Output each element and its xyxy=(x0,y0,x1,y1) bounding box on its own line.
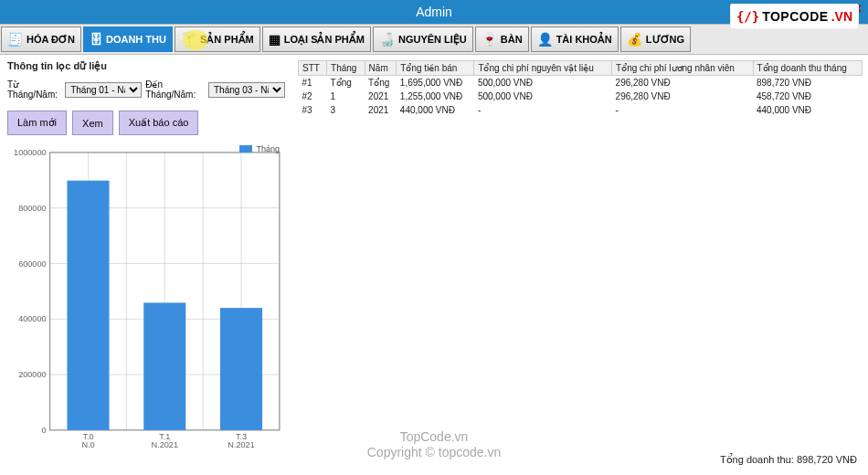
col-header: Tháng xyxy=(327,61,365,76)
refresh-button[interactable]: Làm mới xyxy=(7,111,67,135)
table-row[interactable]: #2120211,255,000 VNĐ500,000 VNĐ296,280 V… xyxy=(299,90,863,103)
svg-text:400000: 400000 xyxy=(18,314,46,323)
svg-text:N.0: N.0 xyxy=(81,440,94,449)
svg-rect-23 xyxy=(143,302,185,429)
export-button[interactable]: Xuất báo cáo xyxy=(119,111,199,135)
svg-text:0: 0 xyxy=(41,426,46,435)
data-panel: STTThángNămTổng tiền bánTổng chi phí ngu… xyxy=(292,55,868,475)
view-button[interactable]: Xem xyxy=(72,111,113,135)
filter-panel: Thông tin lọc dữ liệu Từ Tháng/Năm: Thán… xyxy=(0,55,292,475)
toolbar-bàn[interactable]: 🍷BÀN xyxy=(475,26,529,52)
col-header: Tổng chi phí nguyên vật liệu xyxy=(474,61,612,76)
col-header: Tổng chi phí lương nhân viên xyxy=(612,61,753,76)
svg-text:800000: 800000 xyxy=(18,204,46,213)
toolbar-icon: 🗄 xyxy=(90,33,102,46)
toolbar-icon: ▦ xyxy=(269,33,281,46)
toolbar-doanh-thu[interactable]: 🗄DOANH THU xyxy=(83,26,173,52)
svg-text:N.2021: N.2021 xyxy=(228,440,254,449)
table-row[interactable]: #1TổngTổng1,695,000 VNĐ500,000 VNĐ296,28… xyxy=(299,76,863,90)
toolbar-lương[interactable]: 💰LƯƠNG xyxy=(620,26,691,52)
toolbar-sản-phẩm[interactable]: 🍸SẢN PHẨM xyxy=(175,26,260,52)
svg-rect-26 xyxy=(220,308,262,430)
col-header: STT xyxy=(299,61,327,76)
svg-rect-20 xyxy=(67,181,109,430)
from-label: Từ Tháng/Năm: xyxy=(7,79,61,100)
toolbar-icon: 🍶 xyxy=(379,33,395,46)
svg-text:N.2021: N.2021 xyxy=(152,440,178,449)
col-header: Tổng doanh thu tháng xyxy=(753,61,863,76)
toolbar-loại-sản-phẩm[interactable]: ▦LOẠI SẢN PHẨM xyxy=(262,26,371,52)
svg-text:200000: 200000 xyxy=(18,370,46,379)
toolbar-tài-khoản[interactable]: 👤TÀI KHOẢN xyxy=(531,26,619,52)
to-label: Đến Tháng/Năm: xyxy=(145,79,205,100)
chart-legend: Tháng xyxy=(239,144,280,153)
table-row[interactable]: #332021440,000 VNĐ--440,000 VNĐ xyxy=(299,103,863,117)
col-header: Tổng tiền bán xyxy=(397,61,474,76)
toolbar-icon: 🍷 xyxy=(482,33,497,46)
toolbar-icon: 🧾 xyxy=(7,33,23,46)
toolbar-nguyên-liệu[interactable]: 🍶NGUYÊN LIỆU xyxy=(373,26,473,52)
to-month-select[interactable]: Tháng 03 - Năm 2 xyxy=(208,82,285,98)
svg-text:1000000: 1000000 xyxy=(14,148,46,157)
from-month-select[interactable]: Tháng 01 - Năm 2 xyxy=(65,82,142,98)
total-revenue-footer: Tổng doanh thu: 898,720 VNĐ xyxy=(298,450,863,470)
revenue-table: STTThángNămTổng tiền bánTổng chi phí ngu… xyxy=(298,60,863,117)
watermark-logo: {/} TOPCODE.VN xyxy=(730,4,859,29)
svg-text:600000: 600000 xyxy=(18,259,46,269)
toolbar-icon: 💰 xyxy=(627,33,642,46)
col-header: Năm xyxy=(365,61,397,76)
revenue-bar-chart: 02000004000006000008000001000000T.0N.0T.… xyxy=(7,144,285,455)
filter-heading: Thông tin lọc dữ liệu xyxy=(7,60,285,72)
toolbar-hóa-đơn[interactable]: 🧾HÓA ĐƠN xyxy=(1,26,81,52)
toolbar-icon: 👤 xyxy=(537,33,553,46)
legend-swatch-icon xyxy=(239,145,252,153)
window-title: Admin xyxy=(416,5,452,19)
chart-container: Tháng 02000004000006000008000001000000T.… xyxy=(7,144,285,470)
toolbar-icon: 🍸 xyxy=(181,33,196,46)
